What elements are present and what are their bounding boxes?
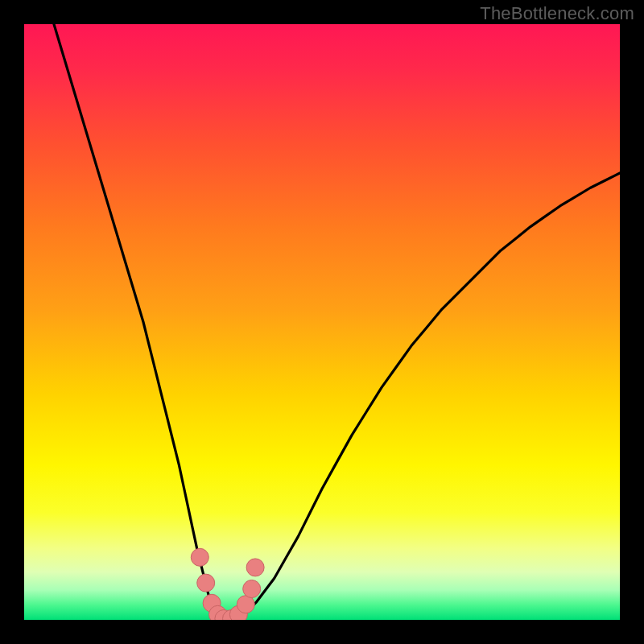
trough-marker (237, 596, 254, 613)
trough-marker (197, 574, 215, 592)
watermark-label: TheBottleneck.com (480, 3, 634, 24)
outer-black-frame: TheBottleneck.com (0, 0, 644, 644)
trough-marker (191, 548, 208, 566)
trough-marker (243, 580, 261, 598)
trough-marker (246, 559, 264, 576)
trough-markers-group (24, 24, 620, 620)
plot-area (24, 24, 620, 620)
